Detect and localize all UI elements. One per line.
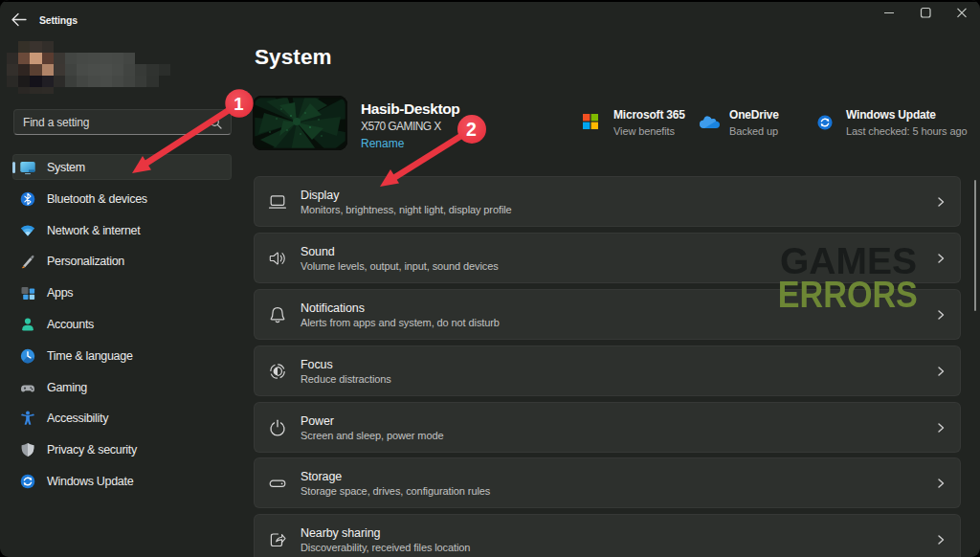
svg-text:2: 2 <box>466 119 477 140</box>
svg-text:1: 1 <box>234 94 243 114</box>
